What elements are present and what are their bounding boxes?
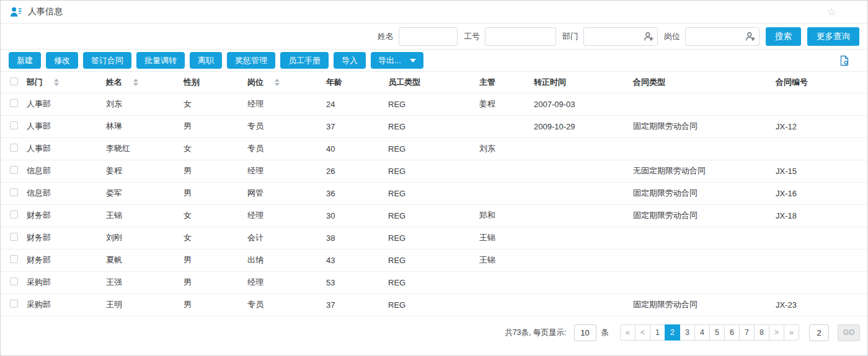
chevron-down-icon — [410, 59, 416, 63]
table-row: 人事部刘东女经理24REG姜程2007-09-03 — [1, 93, 868, 115]
page-button-2[interactable]: 2 — [665, 324, 680, 341]
cell-position: 专员 — [247, 115, 326, 137]
cell-supervisor: 王锦 — [479, 227, 534, 249]
col-header-confirmation-date: 转正时间 — [534, 72, 633, 93]
cell-contract-type — [633, 93, 776, 115]
cell-department: 人事部 — [27, 93, 106, 115]
cell-employee-type: REG — [388, 182, 479, 204]
employee-id-input[interactable] — [485, 27, 556, 46]
name-input[interactable] — [399, 27, 458, 46]
row-checkbox[interactable] — [10, 144, 18, 152]
page-button-8[interactable]: 8 — [754, 324, 769, 341]
cell-contract-type: 固定期限劳动合同 — [633, 293, 776, 316]
col-header-employee-type: 员工类型 — [388, 72, 479, 93]
toolbar-button-group: 新建修改签订合同批量调转离职奖惩管理员工手册导入 — [9, 52, 366, 69]
action-toolbar: 新建修改签订合同批量调转离职奖惩管理员工手册导入 导出... — [1, 50, 867, 72]
row-checkbox[interactable] — [10, 166, 18, 174]
sort-icon[interactable] — [275, 79, 280, 86]
cell-gender: 男 — [184, 160, 247, 182]
table-row: 采购部王强男经理53REG — [1, 271, 868, 293]
page-button-1[interactable]: 1 — [650, 324, 665, 341]
row-select-cell — [1, 293, 27, 316]
cell-employee-type: REG — [388, 160, 479, 182]
favorite-star-icon[interactable]: ☆ — [827, 7, 836, 17]
cell-contract-type — [633, 227, 776, 249]
column-settings-icon[interactable] — [838, 54, 859, 67]
col-header-position[interactable]: 岗位 — [247, 72, 326, 93]
person-add-icon[interactable] — [644, 31, 654, 41]
row-checkbox[interactable] — [10, 211, 18, 219]
row-checkbox[interactable] — [10, 233, 18, 241]
first-page-button[interactable]: « — [620, 324, 636, 341]
cell-department: 采购部 — [27, 293, 106, 316]
cell-gender: 男 — [184, 115, 247, 137]
go-button[interactable]: GO — [838, 324, 860, 341]
cell-name: 林琳 — [106, 115, 184, 137]
cell-confirmation-date — [534, 227, 633, 249]
row-checkbox[interactable] — [10, 277, 18, 285]
row-select-cell — [1, 249, 27, 271]
export-dropdown-button[interactable]: 导出... — [371, 52, 423, 69]
import-button[interactable]: 导入 — [334, 52, 366, 69]
row-checkbox[interactable] — [10, 300, 18, 308]
page-button-4[interactable]: 4 — [694, 324, 710, 341]
cell-contract-type: 固定期限劳动合同 — [633, 115, 776, 137]
next-page-button[interactable]: > — [769, 324, 784, 341]
cell-supervisor — [479, 115, 534, 137]
name-label: 姓名 — [378, 31, 394, 42]
cell-contract-number — [776, 137, 868, 160]
edit-button[interactable]: 修改 — [46, 52, 78, 69]
cell-supervisor: 姜程 — [479, 93, 534, 115]
row-select-cell — [1, 137, 27, 160]
page-button-5[interactable]: 5 — [709, 324, 725, 341]
last-page-button[interactable]: » — [784, 324, 799, 341]
new-button[interactable]: 新建 — [9, 52, 41, 69]
cell-age: 30 — [326, 204, 388, 227]
cell-name: 王强 — [106, 271, 184, 293]
cell-age: 40 — [326, 137, 388, 160]
row-checkbox[interactable] — [10, 121, 18, 129]
row-select-cell — [1, 271, 27, 293]
resign-button[interactable]: 离职 — [190, 52, 222, 69]
personnel-info-page: 人事信息 ☆ 姓名 工号 部门 — [0, 0, 868, 356]
cell-position: 会计 — [247, 227, 326, 249]
col-header-department[interactable]: 部门 — [27, 72, 106, 93]
page-button-7[interactable]: 7 — [739, 324, 755, 341]
row-checkbox[interactable] — [10, 255, 18, 263]
reward-punishment-button[interactable]: 奖惩管理 — [227, 52, 275, 69]
sort-icon[interactable] — [54, 79, 59, 86]
sort-icon[interactable] — [133, 79, 138, 86]
search-button[interactable]: 搜索 — [766, 27, 801, 46]
cell-contract-number — [776, 227, 868, 249]
row-checkbox[interactable] — [10, 99, 18, 107]
cell-gender: 男 — [184, 293, 247, 316]
cell-contract-number: JX-15 — [776, 160, 868, 182]
person-add-icon[interactable] — [745, 31, 756, 41]
row-checkbox[interactable] — [10, 188, 18, 196]
col-header-contract-type: 合同类型 — [633, 72, 776, 93]
page-button-6[interactable]: 6 — [724, 324, 740, 341]
cell-gender: 男 — [184, 271, 247, 293]
row-select-cell — [1, 227, 27, 249]
batch-transfer-button[interactable]: 批量调转 — [136, 52, 185, 69]
cell-name: 娄军 — [106, 182, 184, 204]
page-button-3[interactable]: 3 — [680, 324, 695, 341]
cell-department: 财务部 — [27, 204, 106, 227]
col-label: 性别 — [184, 77, 200, 87]
cell-age: 26 — [326, 160, 388, 182]
col-header-name[interactable]: 姓名 — [106, 72, 184, 93]
employee-handbook-button[interactable]: 员工手册 — [280, 52, 329, 69]
cell-position: 经理 — [247, 271, 326, 293]
cell-confirmation-date — [534, 249, 633, 271]
sign-contract-button[interactable]: 签订合同 — [83, 52, 131, 69]
cell-age: 43 — [326, 249, 388, 271]
goto-page-input[interactable] — [809, 324, 829, 341]
col-label: 转正时间 — [534, 77, 566, 87]
page-size-input[interactable] — [574, 324, 596, 341]
more-query-button[interactable]: 更多查询 — [807, 27, 859, 46]
user-list-icon — [9, 6, 22, 19]
cell-gender: 女 — [184, 93, 247, 115]
select-all-checkbox[interactable] — [10, 77, 18, 85]
prev-page-button[interactable]: < — [635, 324, 650, 341]
cell-contract-number: JX-12 — [776, 115, 868, 137]
